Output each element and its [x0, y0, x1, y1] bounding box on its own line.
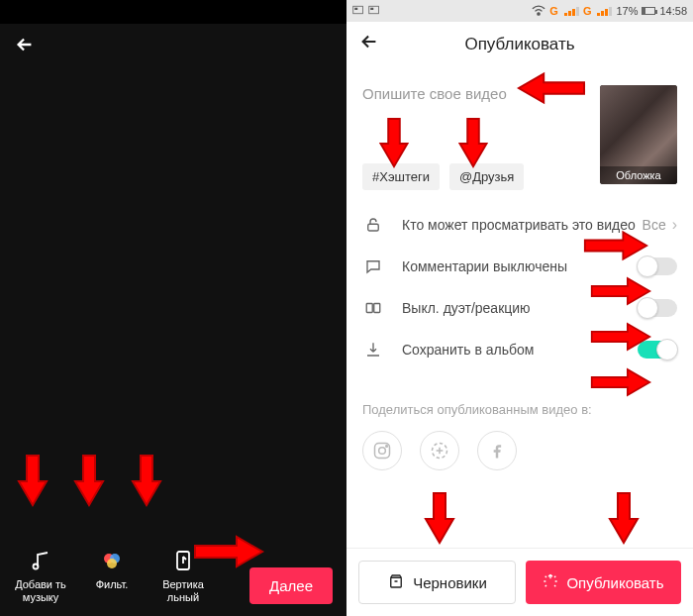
description-area: Опишите свое видео #Хэштеги @Друзья Обло…: [346, 67, 693, 200]
svg-point-9: [538, 12, 540, 14]
duet-icon: [362, 299, 384, 317]
next-button[interactable]: Далее: [249, 567, 333, 604]
share-instagram[interactable]: [362, 431, 402, 470]
duet-label: Выкл. дуэт/реакцию: [402, 299, 638, 317]
svg-point-0: [34, 565, 39, 569]
drafts-icon: [387, 572, 405, 593]
sim-icon: [352, 5, 364, 17]
vertical-label: Вертика льный: [156, 578, 210, 604]
sim-icon-2: [368, 5, 380, 17]
save-row: Сохранить в альбом: [346, 329, 693, 370]
chevron-right-icon: ›: [672, 216, 677, 234]
svg-point-14: [379, 448, 386, 455]
comment-icon: [362, 257, 384, 275]
share-stories[interactable]: [420, 431, 459, 470]
publish-label: Опубликовать: [566, 574, 663, 591]
filters-label: Фильт.: [96, 578, 129, 591]
next-button-label: Далее: [269, 577, 313, 594]
header: Опубликовать: [346, 22, 693, 67]
bottom-bar: Черновики Опубликовать: [346, 548, 693, 616]
video-editor-screen: Добави ть музыку Фильт. Вертика льный Да…: [0, 0, 346, 616]
settings-list: Кто может просматривать это видео Все › …: [346, 200, 693, 374]
video-cover[interactable]: Обложка: [600, 85, 677, 184]
add-music-label: Добави ть музыку: [14, 578, 67, 604]
svg-rect-12: [374, 304, 380, 313]
network-g-1: G: [549, 5, 558, 17]
editor-toolbar: Добави ть музыку Фильт. Вертика льный Да…: [0, 547, 346, 604]
filters-icon: [98, 547, 126, 574]
video-description-input[interactable]: Опишите свое видео: [362, 85, 590, 102]
svg-rect-8: [370, 8, 373, 10]
lock-icon: [362, 216, 384, 234]
duet-row: Выкл. дуэт/реакцию: [346, 287, 693, 329]
share-label: Поделиться опубликованным видео в:: [362, 402, 677, 417]
svg-rect-17: [391, 577, 402, 587]
comments-row: Комментарии выключены: [346, 246, 693, 287]
music-icon: [27, 547, 54, 574]
duet-toggle[interactable]: [638, 299, 677, 317]
drafts-button[interactable]: Черновики: [358, 561, 516, 604]
battery-text: 17%: [616, 5, 638, 17]
clock: 14:58: [659, 5, 687, 17]
save-label: Сохранить в альбом: [402, 341, 638, 359]
svg-rect-5: [353, 6, 363, 14]
publish-button[interactable]: Опубликовать: [526, 561, 681, 604]
status-bar: G G 17% 14:58: [346, 0, 693, 22]
svg-point-15: [386, 446, 388, 448]
svg-rect-6: [354, 8, 357, 10]
download-icon: [362, 341, 384, 359]
vertical-button[interactable]: Вертика льный: [156, 547, 210, 604]
svg-point-3: [107, 559, 117, 568]
signal-icon-2: [597, 7, 612, 16]
privacy-label: Кто может просматривать это видео: [402, 216, 643, 234]
add-music-button[interactable]: Добави ть музыку: [14, 547, 67, 604]
publish-screen: G G 17% 14:58 Опубликовать Опишите свое …: [346, 0, 693, 616]
vertical-icon: [169, 547, 197, 574]
svg-rect-7: [369, 6, 379, 14]
comments-toggle[interactable]: [638, 257, 677, 275]
battery-icon: [642, 7, 655, 15]
filters-button[interactable]: Фильт.: [85, 547, 139, 604]
status-bar-left: [0, 0, 346, 24]
signal-icon-1: [564, 7, 579, 16]
privacy-value: Все: [643, 217, 666, 233]
cover-label: Обложка: [600, 166, 677, 184]
svg-rect-11: [366, 304, 372, 313]
hashtags-chip[interactable]: #Хэштеги: [362, 163, 440, 190]
svg-rect-10: [368, 224, 379, 231]
friends-chip[interactable]: @Друзья: [449, 163, 524, 190]
page-title: Опубликовать: [464, 35, 574, 54]
save-toggle[interactable]: [638, 341, 677, 359]
back-button[interactable]: [14, 34, 36, 61]
wifi-icon: [532, 5, 545, 18]
privacy-row[interactable]: Кто может просматривать это видео Все ›: [346, 204, 693, 246]
drafts-label: Черновики: [413, 574, 487, 591]
publish-icon: [543, 573, 558, 592]
back-button[interactable]: [358, 31, 380, 58]
comments-label: Комментарии выключены: [402, 257, 638, 275]
share-section: Поделиться опубликованным видео в:: [346, 374, 693, 478]
network-g-2: G: [583, 5, 592, 17]
share-facebook[interactable]: [477, 431, 517, 470]
